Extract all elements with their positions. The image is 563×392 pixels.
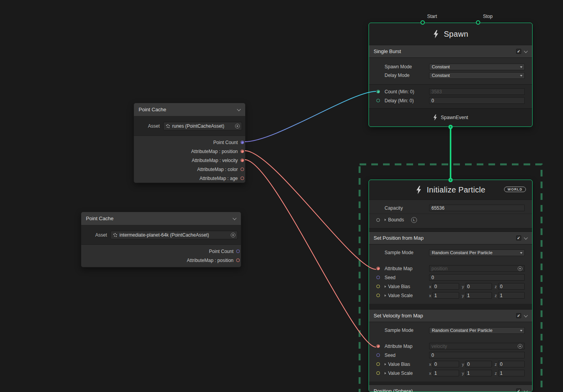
output-row: AttributeMap : position bbox=[134, 147, 245, 156]
delay-input-port[interactable] bbox=[376, 99, 380, 102]
seed-input-port[interactable] bbox=[376, 276, 380, 279]
attribute-map-field[interactable]: velocity bbox=[429, 343, 525, 349]
dropdown-value: Random Constant Per Particle bbox=[432, 328, 492, 333]
output-label: Point Count bbox=[209, 249, 233, 254]
sample-mode-dropdown[interactable]: Random Constant Per Particle bbox=[429, 249, 525, 256]
chevron-down-icon[interactable] bbox=[524, 389, 528, 392]
bounds-input-port[interactable] bbox=[376, 218, 380, 222]
point-cache-title-bar[interactable]: Point Cache bbox=[134, 103, 245, 116]
foldout-arrow-icon[interactable] bbox=[385, 372, 386, 374]
y-field[interactable]: 1 bbox=[465, 292, 492, 299]
spawn-mode-row: Spawn Mode Constant bbox=[369, 62, 532, 71]
y-field[interactable]: 0 bbox=[465, 361, 492, 367]
block-title: Single Burst bbox=[374, 48, 516, 54]
value-bias-input-port[interactable] bbox=[376, 362, 380, 366]
lightning-icon bbox=[433, 30, 439, 38]
object-picker-icon[interactable] bbox=[235, 124, 240, 128]
attributemap-velocity-output-port[interactable] bbox=[241, 159, 244, 162]
y-field[interactable]: 0 bbox=[465, 283, 492, 290]
x-field[interactable]: 0 bbox=[433, 283, 460, 290]
asset-object-field[interactable]: intermediate-planet-64k (PointCacheAsset… bbox=[110, 231, 238, 239]
delay-mode-dropdown[interactable]: Constant bbox=[429, 72, 525, 79]
initialize-particle-node[interactable]: Initialize Particle WORLD Capacity 65536… bbox=[369, 180, 533, 392]
object-picker-icon[interactable] bbox=[518, 344, 522, 349]
z-field[interactable]: 1 bbox=[498, 370, 525, 376]
sample-mode-dropdown[interactable]: Random Constant Per Particle bbox=[429, 327, 525, 334]
z-field[interactable]: 0 bbox=[498, 361, 525, 367]
chevron-down-icon[interactable] bbox=[233, 216, 237, 220]
axis-z-label: z bbox=[495, 371, 497, 376]
spawn-stop-flow-port[interactable] bbox=[476, 20, 480, 25]
single-burst-block-header[interactable]: Single Burst ✓ bbox=[369, 45, 532, 58]
node-title: Point Cache bbox=[139, 107, 166, 112]
attribute-map-input-port[interactable] bbox=[376, 344, 380, 348]
spawn-start-flow-port[interactable] bbox=[420, 20, 425, 25]
checkbox-checked-icon[interactable]: ✓ bbox=[516, 49, 521, 54]
attributemap-color-output-port[interactable] bbox=[241, 167, 244, 171]
point-count-output-port[interactable] bbox=[241, 141, 244, 144]
block-header[interactable]: Set Position from Map ✓ bbox=[369, 232, 532, 244]
attribute-map-field[interactable]: position bbox=[429, 265, 525, 272]
chevron-down-icon[interactable] bbox=[524, 236, 528, 240]
spawn-event-footer: SpawnEvent bbox=[369, 109, 532, 127]
attributemap-position-output-port[interactable] bbox=[236, 258, 240, 262]
point-cache-node-runes[interactable]: Point Cache Asset runes (PointCacheAsset… bbox=[134, 103, 246, 183]
y-field[interactable]: 1 bbox=[465, 370, 492, 376]
delay-field[interactable]: 0 bbox=[429, 97, 525, 104]
spawn-node[interactable]: Spawn Single Burst ✓ Spawn Mode Constant bbox=[369, 23, 533, 127]
x-field[interactable]: 1 bbox=[433, 292, 460, 299]
point-cache-asset-icon bbox=[166, 124, 170, 128]
seed-input-port[interactable] bbox=[376, 353, 380, 357]
z-field[interactable]: 1 bbox=[498, 292, 525, 299]
value-scale-input-port[interactable] bbox=[376, 371, 380, 375]
edge-velocity-map-to-set-velocity[interactable] bbox=[245, 160, 376, 347]
point-cache-node-planet[interactable]: Point Cache Asset intermediate-planet-64… bbox=[81, 212, 241, 267]
chevron-down-icon[interactable] bbox=[524, 49, 528, 53]
value-bias-label: Value Bias bbox=[388, 362, 429, 367]
asset-object-field[interactable]: runes (PointCacheAsset) bbox=[163, 122, 242, 130]
point-count-output-port[interactable] bbox=[236, 249, 240, 253]
world-space-badge[interactable]: WORLD bbox=[504, 187, 526, 192]
capacity-field[interactable]: 65536 bbox=[429, 205, 525, 211]
value-scale-input-port[interactable] bbox=[376, 294, 380, 297]
attributemap-age-output-port[interactable] bbox=[241, 176, 244, 180]
object-picker-icon[interactable] bbox=[231, 233, 235, 237]
chevron-down-icon[interactable] bbox=[524, 314, 528, 317]
spawn-mode-dropdown[interactable]: Constant bbox=[429, 64, 525, 70]
x-field[interactable]: 1 bbox=[433, 370, 460, 376]
count-field[interactable]: 3583 bbox=[429, 88, 525, 95]
foldout-arrow-icon[interactable] bbox=[385, 219, 386, 221]
dropdown-value: Random Constant Per Particle bbox=[432, 250, 492, 255]
foldout-arrow-icon[interactable] bbox=[385, 294, 386, 297]
foldout-arrow-icon[interactable] bbox=[385, 363, 386, 365]
count-input-port[interactable] bbox=[376, 90, 380, 93]
outputs-section: Point Count AttributeMap : position Attr… bbox=[134, 136, 245, 183]
position-sphere-block-header[interactable]: Position (Sphere) ✓ bbox=[369, 385, 532, 392]
value-bias-input-port[interactable] bbox=[376, 285, 380, 288]
axis-x-label: x bbox=[429, 362, 431, 367]
dropdown-value: Constant bbox=[432, 73, 450, 78]
edge-position-map-to-set-position[interactable] bbox=[245, 151, 376, 269]
foldout-arrow-icon[interactable] bbox=[385, 285, 386, 288]
seed-field[interactable]: 0 bbox=[429, 274, 525, 281]
edge-point-count-to-spawn-count[interactable] bbox=[245, 91, 376, 142]
x-field[interactable]: 0 bbox=[433, 361, 460, 367]
dropdown-caret-icon bbox=[520, 66, 522, 68]
checkbox-checked-icon[interactable]: ✓ bbox=[516, 235, 521, 241]
chevron-down-icon[interactable] bbox=[237, 107, 241, 111]
value-bias-row: Value Bias x0 y0 z0 bbox=[369, 360, 532, 369]
attribute-map-input-port[interactable] bbox=[376, 267, 380, 270]
z-field[interactable]: 0 bbox=[498, 283, 525, 290]
block-header[interactable]: Set Velocity from Map ✓ bbox=[369, 309, 532, 322]
checkbox-checked-icon[interactable]: ✓ bbox=[516, 388, 521, 392]
seed-field[interactable]: 0 bbox=[429, 352, 525, 358]
point-cache-title-bar[interactable]: Point Cache bbox=[81, 212, 241, 225]
dropdown-caret-icon bbox=[520, 75, 522, 77]
local-space-icon[interactable]: L bbox=[411, 217, 417, 223]
field-value: velocity bbox=[431, 344, 447, 349]
attributemap-position-output-port[interactable] bbox=[241, 150, 244, 153]
vfx-graph-canvas[interactable]: Start Stop Spawn Single Burst ✓ Spawn Mo… bbox=[0, 0, 563, 392]
object-picker-icon[interactable] bbox=[518, 266, 522, 271]
checkbox-checked-icon[interactable]: ✓ bbox=[516, 313, 521, 318]
axis-y-label: y bbox=[462, 362, 464, 367]
